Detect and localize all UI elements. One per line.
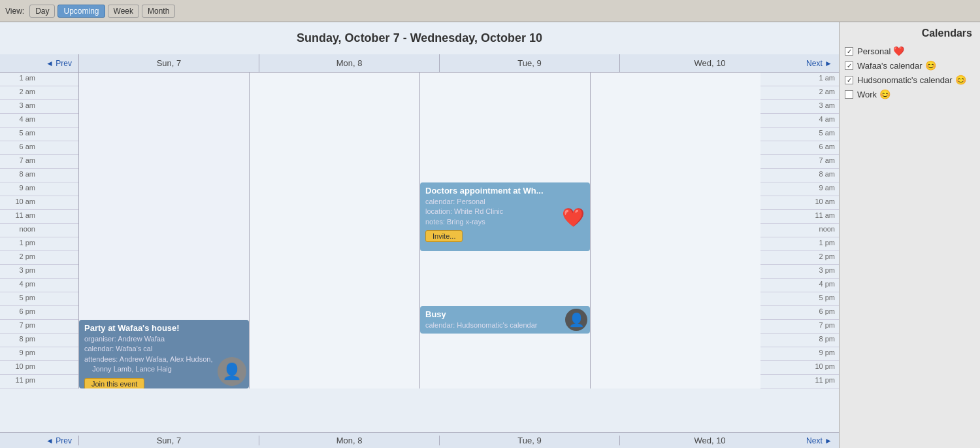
footer-prev-button[interactable]: ◄ Prev bbox=[39, 436, 78, 445]
work-checkbox[interactable] bbox=[845, 90, 853, 99]
day-cell[interactable]: Busy calendar: Hudsonomatic's calendar 👤 bbox=[419, 306, 590, 320]
day-cell[interactable] bbox=[249, 128, 419, 141]
day-cell[interactable] bbox=[419, 73, 590, 86]
day-cell[interactable] bbox=[78, 169, 249, 182]
day-cell[interactable] bbox=[590, 86, 760, 100]
day-cell[interactable] bbox=[78, 86, 249, 100]
day-cell[interactable] bbox=[249, 155, 419, 169]
day-cell[interactable] bbox=[249, 361, 419, 375]
day-cell[interactable] bbox=[78, 196, 249, 210]
personal-checkbox[interactable] bbox=[845, 47, 853, 56]
day-cell[interactable] bbox=[249, 320, 419, 334]
day-cell[interactable] bbox=[590, 100, 760, 114]
day-cell[interactable] bbox=[590, 237, 760, 251]
day-cell[interactable] bbox=[419, 347, 590, 361]
day-cell[interactable] bbox=[590, 375, 760, 388]
calendar-item-wafaa[interactable]: Wafaa's calendar 😊 bbox=[845, 60, 975, 71]
day-cell[interactable] bbox=[249, 73, 419, 86]
day-cell[interactable] bbox=[78, 100, 249, 114]
view-upcoming-button[interactable]: Upcoming bbox=[57, 5, 105, 18]
day-cell[interactable] bbox=[419, 361, 590, 375]
grid-scroll[interactable]: 1 am1 am2 am2 am3 am3 am4 am4 am5 am5 am… bbox=[0, 73, 839, 432]
day-cell[interactable] bbox=[590, 169, 760, 182]
day-cell[interactable] bbox=[249, 100, 419, 114]
event-card[interactable]: Busy calendar: Hudsonomatic's calendar 👤 bbox=[420, 306, 590, 334]
day-cell[interactable] bbox=[419, 251, 590, 265]
day-cell[interactable] bbox=[419, 375, 590, 388]
calendar-item-personal[interactable]: Personal ❤️ bbox=[845, 46, 975, 56]
day-cell[interactable] bbox=[249, 169, 419, 182]
day-cell[interactable] bbox=[78, 73, 249, 86]
day-cell[interactable] bbox=[78, 182, 249, 196]
day-cell[interactable] bbox=[249, 279, 419, 292]
day-cell[interactable] bbox=[419, 86, 590, 100]
day-cell[interactable]: Party at Wafaa's house! organiser: Andre… bbox=[78, 320, 249, 334]
join-button[interactable]: Join this event bbox=[84, 378, 144, 388]
calendar-item-work[interactable]: Work 😊 bbox=[845, 89, 975, 99]
day-cell[interactable] bbox=[590, 73, 760, 86]
day-cell[interactable] bbox=[249, 237, 419, 251]
next-nav-header[interactable]: Next ► bbox=[800, 54, 839, 72]
prev-nav-header[interactable]: ◄ Prev bbox=[39, 54, 78, 72]
day-cell[interactable] bbox=[249, 141, 419, 155]
day-cell[interactable] bbox=[590, 224, 760, 237]
day-cell[interactable] bbox=[419, 169, 590, 182]
day-cell[interactable] bbox=[249, 86, 419, 100]
day-cell[interactable] bbox=[249, 196, 419, 210]
day-cell[interactable] bbox=[590, 334, 760, 347]
day-cell[interactable] bbox=[590, 155, 760, 169]
day-cell[interactable] bbox=[78, 210, 249, 224]
day-cell[interactable] bbox=[78, 141, 249, 155]
day-cell[interactable] bbox=[419, 334, 590, 347]
day-cell[interactable]: Doctors appointment at Wh... calendar: P… bbox=[419, 182, 590, 196]
view-day-button[interactable]: Day bbox=[29, 5, 55, 18]
day-cell[interactable] bbox=[590, 114, 760, 128]
day-cell[interactable] bbox=[419, 292, 590, 306]
calendar-item-hudsonomatic[interactable]: Hudsonomatic's calendar 😊 bbox=[845, 75, 975, 85]
day-cell[interactable] bbox=[590, 210, 760, 224]
day-cell[interactable] bbox=[249, 292, 419, 306]
view-month-button[interactable]: Month bbox=[142, 5, 175, 18]
day-cell[interactable] bbox=[78, 279, 249, 292]
invite-button[interactable]: Invite... bbox=[425, 230, 463, 242]
footer-next-button[interactable]: Next ► bbox=[800, 436, 839, 445]
day-cell[interactable] bbox=[249, 306, 419, 320]
day-cell[interactable] bbox=[78, 251, 249, 265]
day-cell[interactable] bbox=[78, 237, 249, 251]
day-cell[interactable] bbox=[249, 265, 419, 279]
day-cell[interactable] bbox=[590, 196, 760, 210]
day-cell[interactable] bbox=[590, 128, 760, 141]
event-card[interactable]: Party at Wafaa's house! organiser: Andre… bbox=[79, 320, 249, 388]
hudsonomatic-checkbox[interactable] bbox=[845, 76, 853, 84]
day-cell[interactable] bbox=[78, 292, 249, 306]
day-cell[interactable] bbox=[419, 100, 590, 114]
view-week-button[interactable]: Week bbox=[108, 5, 139, 18]
day-cell[interactable] bbox=[419, 279, 590, 292]
day-cell[interactable] bbox=[590, 292, 760, 306]
day-cell[interactable] bbox=[78, 224, 249, 237]
event-card[interactable]: Doctors appointment at Wh... calendar: P… bbox=[420, 182, 590, 251]
day-cell[interactable] bbox=[78, 265, 249, 279]
day-cell[interactable] bbox=[249, 114, 419, 128]
day-cell[interactable] bbox=[590, 361, 760, 375]
day-cell[interactable] bbox=[249, 251, 419, 265]
day-cell[interactable] bbox=[419, 265, 590, 279]
day-cell[interactable] bbox=[249, 375, 419, 388]
day-cell[interactable] bbox=[590, 182, 760, 196]
day-cell[interactable] bbox=[590, 265, 760, 279]
day-cell[interactable] bbox=[249, 224, 419, 237]
day-cell[interactable] bbox=[590, 347, 760, 361]
day-cell[interactable] bbox=[590, 306, 760, 320]
day-cell[interactable] bbox=[419, 141, 590, 155]
day-cell[interactable] bbox=[419, 155, 590, 169]
day-cell[interactable] bbox=[249, 347, 419, 361]
day-cell[interactable] bbox=[249, 334, 419, 347]
day-cell[interactable] bbox=[419, 114, 590, 128]
day-cell[interactable] bbox=[78, 128, 249, 141]
day-cell[interactable] bbox=[419, 128, 590, 141]
day-cell[interactable] bbox=[590, 141, 760, 155]
day-cell[interactable] bbox=[249, 210, 419, 224]
day-cell[interactable] bbox=[78, 306, 249, 320]
day-cell[interactable] bbox=[590, 279, 760, 292]
day-cell[interactable] bbox=[249, 182, 419, 196]
